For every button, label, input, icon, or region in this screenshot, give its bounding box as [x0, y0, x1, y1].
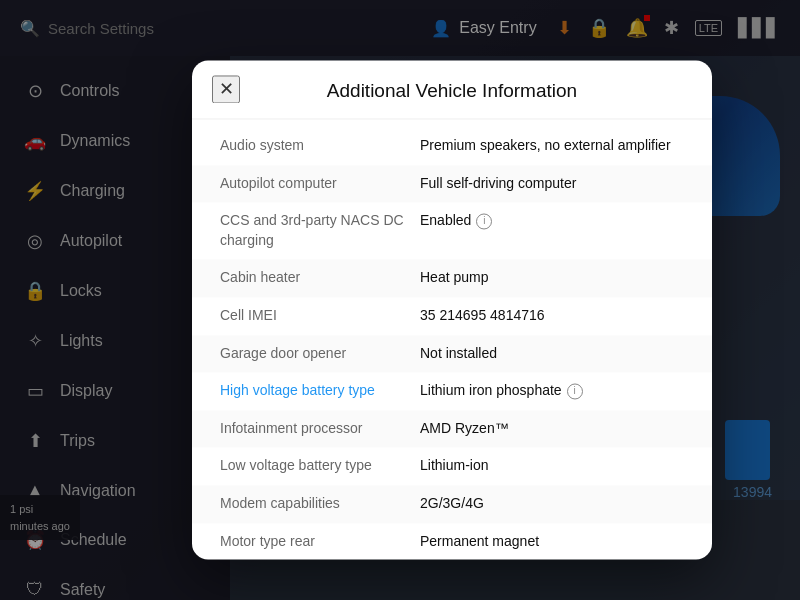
info-row: High voltage battery typeLithium iron ph…: [192, 373, 712, 411]
info-row: Motor type rearPermanent magnet: [192, 523, 712, 559]
info-row: Cabin heaterHeat pump: [192, 260, 712, 298]
info-label: Autopilot computer: [220, 174, 420, 194]
info-label: Motor type rear: [220, 532, 420, 552]
info-row: Infotainment processorAMD Ryzen™: [192, 410, 712, 448]
info-label: Cabin heater: [220, 269, 420, 289]
modal-header: ✕ Additional Vehicle Information: [192, 60, 712, 119]
info-row: Autopilot computerFull self-driving comp…: [192, 165, 712, 203]
info-row: Garage door openerNot installed: [192, 335, 712, 373]
info-value: Lithium iron phosphatei: [420, 382, 684, 402]
info-row: Audio systemPremium speakers, no externa…: [192, 127, 712, 165]
info-row: CCS and 3rd-party NACS DC chargingEnable…: [192, 203, 712, 260]
info-icon[interactable]: i: [476, 214, 492, 230]
info-value: Full self-driving computer: [420, 174, 684, 194]
info-label: Infotainment processor: [220, 419, 420, 439]
info-value: Lithium-ion: [420, 457, 684, 477]
info-label: High voltage battery type: [220, 382, 420, 402]
info-label: Low voltage battery type: [220, 457, 420, 477]
info-value: Premium speakers, no external amplifier: [420, 136, 684, 156]
info-row: Modem capabilities2G/3G/4G: [192, 485, 712, 523]
info-label: Modem capabilities: [220, 494, 420, 514]
info-label: Garage door opener: [220, 344, 420, 364]
info-label: CCS and 3rd-party NACS DC charging: [220, 212, 420, 251]
info-value: 35 214695 4814716: [420, 306, 684, 326]
info-value: Enabledi: [420, 212, 684, 232]
info-value: AMD Ryzen™: [420, 419, 684, 439]
info-icon[interactable]: i: [567, 384, 583, 400]
info-value: Permanent magnet: [420, 532, 684, 552]
vehicle-info-modal: ✕ Additional Vehicle Information Audio s…: [192, 60, 712, 559]
info-label: Cell IMEI: [220, 306, 420, 326]
modal-title: Additional Vehicle Information: [216, 80, 688, 102]
info-value: Heat pump: [420, 269, 684, 289]
info-label: Audio system: [220, 136, 420, 156]
info-value: 2G/3G/4G: [420, 494, 684, 514]
info-row: Low voltage battery typeLithium-ion: [192, 448, 712, 486]
info-value: Not installed: [420, 344, 684, 364]
info-row: Cell IMEI35 214695 4814716: [192, 297, 712, 335]
modal-body: Audio systemPremium speakers, no externa…: [192, 119, 712, 559]
close-button[interactable]: ✕: [212, 75, 240, 103]
